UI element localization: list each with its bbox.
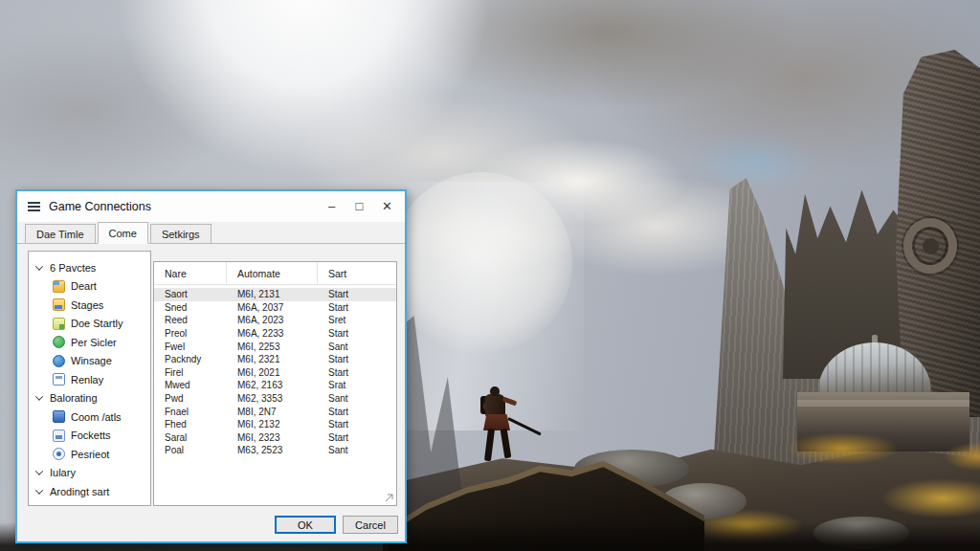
table-cell: Preol xyxy=(154,328,227,339)
table-cell: M6I, 2021 xyxy=(227,367,318,378)
tree: 6 PavctesDeartStagesDoe StartlyPer Sicle… xyxy=(28,251,151,506)
tab-bar: Dae TimleComeSetkirgs xyxy=(17,223,405,244)
grass-tuft xyxy=(785,432,900,465)
table-row[interactable]: PoalM63, 2523Sant xyxy=(154,444,396,457)
table-row[interactable]: SnedM6A, 2037Start xyxy=(154,301,396,315)
tree-item-label: 6 Pavctes xyxy=(50,262,96,274)
table-cell: Poal xyxy=(154,445,227,455)
minimize-button[interactable]: – xyxy=(318,191,345,222)
tree-item[interactable]: Winsage xyxy=(29,352,150,371)
table-body: SaortM6I, 2131StartSnedM6A, 2037StartRee… xyxy=(154,285,396,457)
tree-item-label: Renlay xyxy=(71,374,103,386)
tab-come[interactable]: Come xyxy=(98,222,148,244)
column-header[interactable]: Nare xyxy=(154,262,227,284)
table-cell: Reed xyxy=(154,315,227,325)
table-cell: M6A, 2233 xyxy=(227,328,318,339)
ok-button[interactable]: OK xyxy=(275,516,336,534)
table-cell: M6I, 2321 xyxy=(227,354,318,364)
resize-grip-icon[interactable] xyxy=(385,494,393,502)
table-row[interactable]: FnaelM8I, 2N7Start xyxy=(154,405,396,418)
table-cell: Firel xyxy=(154,367,227,378)
circle-green-icon xyxy=(53,336,65,348)
tree-item-label: Deart xyxy=(71,280,97,292)
table-cell: M6I, 2132 xyxy=(227,419,318,430)
tree-item[interactable]: 6 Pavctes xyxy=(29,258,150,277)
app-icon xyxy=(28,202,40,212)
warrior-leg xyxy=(484,429,495,462)
tab-dae-timle[interactable]: Dae Timle xyxy=(25,224,96,243)
table-cell: Sant xyxy=(318,393,396,404)
expander-chevron-icon[interactable] xyxy=(35,262,43,270)
table-cell: M63, 2523 xyxy=(227,445,318,455)
tree-item-label: Coom /atls xyxy=(71,411,122,423)
table-row[interactable]: PackndyM6I, 2321Start xyxy=(154,353,396,366)
close-button[interactable]: ✕ xyxy=(373,191,401,222)
expander-chevron-icon[interactable] xyxy=(35,393,43,401)
table-cell: M6I, 2323 xyxy=(227,432,318,443)
ring-carving xyxy=(903,218,957,274)
square-blue-icon xyxy=(53,410,65,423)
table-cell: M8I, 2N7 xyxy=(227,407,318,417)
table-cell: Saral xyxy=(154,432,227,443)
title-bar[interactable]: Game Connections – □ ✕ xyxy=(17,191,405,222)
tree-item[interactable]: Deart xyxy=(29,277,150,297)
table-cell: Pwd xyxy=(154,393,227,404)
table-row[interactable]: SaortM6I, 2131Start xyxy=(154,288,396,301)
table-cell: Sret xyxy=(318,315,396,325)
square-blue-outline-icon xyxy=(53,373,65,386)
table-cell: Packndy xyxy=(154,354,227,364)
table-cell: M62, 3353 xyxy=(227,393,318,404)
table-row[interactable]: FhedM6I, 2132Start xyxy=(154,418,396,431)
expander-chevron-icon[interactable] xyxy=(35,486,43,494)
table-cell: M6I, 2253 xyxy=(227,342,318,352)
table-row[interactable]: SaralM6I, 2323Start xyxy=(154,431,396,445)
connections-table: NareAutomateSart SaortM6I, 2131StartSned… xyxy=(153,261,397,506)
expander-chevron-icon[interactable] xyxy=(35,468,43,475)
tree-item[interactable]: Stages xyxy=(29,296,150,315)
table-cell: Srat xyxy=(318,380,396,390)
table-cell: Start xyxy=(318,367,396,378)
tree-item[interactable]: Doe Startly xyxy=(29,315,150,334)
table-cell: Start xyxy=(318,289,396,299)
tree-item-label: Pesrieot xyxy=(71,449,109,460)
tree-item[interactable]: Iulary xyxy=(29,464,150,483)
tree-item[interactable]: Coom /atls xyxy=(29,408,150,427)
tree-item-label: Arodingt sart xyxy=(50,486,109,497)
tree-item[interactable]: Renlay xyxy=(29,370,150,389)
table-row[interactable]: PreolM6A, 2233Start xyxy=(154,327,396,341)
tree-item-label: Iulary xyxy=(50,467,76,478)
tree-item-label: Per Sicler xyxy=(71,337,117,348)
table-cell: Fhed xyxy=(154,419,227,430)
table-row[interactable]: ReedM6A, 2023Sret xyxy=(154,314,396,327)
tree-item[interactable]: Per Sicler xyxy=(29,333,150,352)
column-header[interactable]: Automate xyxy=(227,262,318,284)
table-cell: M62, 2163 xyxy=(227,380,318,390)
window-title: Game Connections xyxy=(49,200,318,213)
table-cell: Start xyxy=(318,354,396,364)
table-row[interactable]: PwdM62, 3353Sant xyxy=(154,392,396,406)
table-cell: Fwel xyxy=(154,342,227,352)
square-blue-light-icon xyxy=(53,430,65,442)
tree-item[interactable]: Pesrieot xyxy=(29,445,150,464)
column-header[interactable]: Sart xyxy=(318,262,396,284)
circle-blue-light-icon xyxy=(53,448,65,460)
table-cell: M6A, 2037 xyxy=(227,302,318,313)
table-row[interactable]: FwelM6I, 2253Sant xyxy=(154,340,396,353)
tree-item[interactable]: Arodingt sart xyxy=(29,482,150,501)
cancel-button[interactable]: Carcel xyxy=(343,516,398,534)
maximize-button[interactable]: □ xyxy=(345,191,373,222)
tree-item[interactable]: Focketts xyxy=(29,427,150,446)
table-row[interactable]: FirelM6I, 2021Start xyxy=(154,366,396,380)
tab-setkirgs[interactable]: Setkirgs xyxy=(150,224,212,243)
table-cell: M6A, 2023 xyxy=(227,315,318,325)
tree-item-label: Balorating xyxy=(50,392,98,404)
tree-item-label: Stages xyxy=(71,299,103,311)
table-cell: Sned xyxy=(154,302,227,313)
table-cell: Saort xyxy=(154,289,227,299)
desktop: Game Connections – □ ✕ Dae TimleComeSetk… xyxy=(0,0,980,551)
table-cell: Start xyxy=(318,407,396,417)
tree-item[interactable]: Balorating xyxy=(29,389,150,408)
tree-item-label: Focketts xyxy=(71,430,111,441)
table-row[interactable]: MwedM62, 2163Srat xyxy=(154,379,396,392)
game-connections-dialog: Game Connections – □ ✕ Dae TimleComeSetk… xyxy=(15,189,407,543)
